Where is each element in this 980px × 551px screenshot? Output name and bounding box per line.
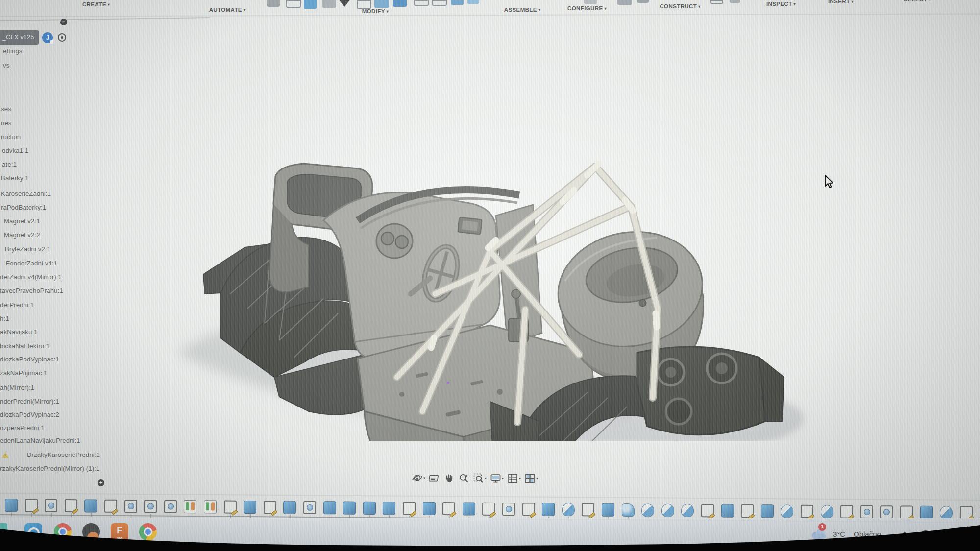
menu-assemble[interactable]: ASSEMBLE▾ bbox=[504, 7, 541, 13]
timeline-feature-body[interactable] bbox=[820, 505, 833, 518]
browser-item[interactable]: derZadni v4(Mirror):1 bbox=[0, 273, 62, 281]
timeline-feature-component[interactable] bbox=[244, 501, 256, 514]
browser-item[interactable]: rzakyKaroseriePredni(Mirror) (1):1 bbox=[0, 465, 99, 472]
toolbar-icon-stub[interactable] bbox=[374, 0, 389, 8]
volume-icon[interactable] bbox=[936, 529, 947, 538]
browser-collapse-button[interactable]: − bbox=[60, 19, 67, 25]
browser-item[interactable]: bickaNaElektro:1 bbox=[0, 342, 49, 350]
toolbar-icon-stub[interactable] bbox=[357, 0, 371, 9]
viewports-tool[interactable]: ▾ bbox=[524, 473, 538, 484]
timeline-feature-sketch[interactable] bbox=[801, 505, 813, 518]
menu-configure[interactable]: CONFIGURE▾ bbox=[567, 5, 607, 11]
browser-item[interactable]: DrzakyKaroseriePredni:1 bbox=[27, 451, 100, 458]
browser-item[interactable]: derPredni:1 bbox=[0, 301, 34, 309]
timeline-feature-sketch[interactable] bbox=[900, 505, 913, 519]
fit-tool[interactable]: ▾ bbox=[473, 472, 487, 483]
timeline-feature-sketch[interactable] bbox=[482, 503, 495, 516]
toolbar-icon-stub[interactable] bbox=[451, 0, 464, 5]
taskbar-app-pinned-partial[interactable] bbox=[0, 523, 7, 541]
timeline-feature-component[interactable] bbox=[721, 504, 734, 518]
menu-inspect[interactable]: INSPECT▾ bbox=[766, 1, 796, 7]
browser-item[interactable]: dlozkaPodVypinac:1 bbox=[0, 356, 59, 363]
timeline-feature-body[interactable] bbox=[641, 503, 654, 517]
timeline-feature-body[interactable] bbox=[940, 506, 953, 519]
toolbar-icon-stub[interactable] bbox=[584, 0, 597, 4]
browser-item[interactable]: KaroserieZadni:1 bbox=[1, 190, 51, 197]
browser-item[interactable]: h:1 bbox=[0, 315, 9, 322]
timeline-feature-sketch[interactable] bbox=[701, 504, 714, 517]
browser-item[interactable]: ettings bbox=[3, 48, 23, 55]
grid-tool[interactable]: ▾ bbox=[507, 473, 521, 484]
orbit-tool[interactable]: ▾ bbox=[412, 472, 425, 483]
clock-time[interactable]: 16: bbox=[966, 525, 975, 532]
timeline-feature-hole[interactable] bbox=[880, 505, 893, 519]
timeline-feature-sketch[interactable] bbox=[442, 502, 455, 515]
timeline-feature-component[interactable] bbox=[542, 503, 555, 516]
timeline-feature-derive[interactable] bbox=[204, 500, 217, 513]
taskbar-app-chrome[interactable] bbox=[139, 523, 157, 541]
timeline-feature-body[interactable] bbox=[781, 505, 793, 518]
toolbar-icon-stub[interactable] bbox=[286, 0, 301, 8]
chevron-down-icon[interactable]: ▾ bbox=[519, 476, 521, 480]
timeline-feature-component[interactable] bbox=[383, 502, 395, 515]
chevron-down-icon[interactable]: ▾ bbox=[536, 476, 538, 480]
timeline-feature-hole[interactable] bbox=[144, 500, 157, 513]
chevron-down-icon[interactable]: ▾ bbox=[423, 476, 425, 480]
timeline-feature-sketch[interactable] bbox=[65, 499, 77, 512]
timeline-feature-component[interactable] bbox=[343, 501, 356, 514]
timeline-feature-hole[interactable] bbox=[860, 505, 873, 519]
chevron-down-icon[interactable]: ▾ bbox=[502, 476, 504, 480]
timeline-feature-component[interactable] bbox=[920, 506, 932, 519]
taskbar-app-outlook[interactable] bbox=[24, 523, 42, 541]
browser-item[interactable]: raPodBaterky:1 bbox=[1, 204, 46, 211]
taskbar-app-fusion-logo[interactable] bbox=[82, 523, 100, 541]
timeline-feature-body[interactable] bbox=[681, 504, 694, 517]
timeline-feature-hole[interactable] bbox=[45, 499, 57, 512]
timeline-feature-component[interactable] bbox=[84, 499, 97, 512]
timeline-feature-hole[interactable] bbox=[124, 500, 137, 513]
weather-desc[interactable]: Oblačno bbox=[854, 530, 881, 538]
browser-item[interactable]: Baterky:1 bbox=[1, 174, 29, 182]
toolbar-icon-stub[interactable] bbox=[414, 0, 429, 6]
toolbar-icon-stub[interactable] bbox=[339, 0, 350, 12]
document-tab[interactable]: _CFX v125 bbox=[0, 30, 39, 45]
timeline-feature-component[interactable] bbox=[5, 499, 18, 512]
timeline-feature-component[interactable] bbox=[761, 504, 774, 518]
timeline-feature-component[interactable] bbox=[422, 502, 435, 515]
browser-item[interactable]: nderPredni(Mirror):1 bbox=[0, 398, 59, 405]
browser-item[interactable]: BryleZadni v2:1 bbox=[5, 245, 50, 253]
chevron-up-icon[interactable] bbox=[901, 531, 908, 537]
browser-item[interactable]: ozperaPredni:1 bbox=[0, 424, 45, 431]
timeline-feature-sketch[interactable] bbox=[582, 503, 594, 516]
toolbar-icon-stub[interactable] bbox=[322, 0, 336, 8]
timeline-feature-component[interactable] bbox=[323, 501, 336, 514]
target-icon[interactable] bbox=[58, 33, 66, 42]
browser-item[interactable]: nes bbox=[1, 120, 12, 127]
timeline-feature-sketch[interactable] bbox=[840, 505, 853, 518]
timeline-feature-component[interactable] bbox=[283, 501, 296, 514]
toolbar-icon-stub[interactable] bbox=[267, 0, 280, 7]
viewport-3d-model[interactable] bbox=[147, 147, 833, 441]
timeline-feature-component[interactable] bbox=[602, 503, 614, 517]
timeline-feature-sketch[interactable] bbox=[224, 501, 237, 514]
timeline-feature-component[interactable] bbox=[363, 502, 376, 515]
zoom-tool[interactable] bbox=[458, 472, 469, 483]
menu-automate[interactable]: AUTOMATE▾ bbox=[209, 7, 246, 13]
timeline-feature-component[interactable] bbox=[463, 502, 475, 515]
toolbar-icon-stub[interactable] bbox=[393, 0, 407, 7]
toolbar-icon-stub[interactable] bbox=[432, 0, 447, 6]
menu-modify[interactable]: MODIFY▾ bbox=[362, 8, 389, 14]
clock-date[interactable]: 10.11. bbox=[963, 535, 980, 542]
weather-temp[interactable]: 3°C bbox=[833, 530, 845, 538]
look-at-tool[interactable] bbox=[429, 472, 440, 483]
toolbar-icon-stub[interactable] bbox=[304, 0, 317, 9]
timeline-feature-body[interactable] bbox=[662, 504, 674, 517]
wifi-icon[interactable] bbox=[920, 530, 931, 538]
browser-item[interactable]: odvka1:1 bbox=[2, 147, 28, 154]
timeline-feature-sketch[interactable] bbox=[25, 499, 38, 512]
toolbar-icon-stub[interactable] bbox=[710, 0, 723, 4]
timeline-feature-hole[interactable] bbox=[502, 503, 515, 516]
timeline-feature-sketch[interactable] bbox=[522, 503, 535, 516]
display-settings-tool[interactable]: ▾ bbox=[490, 473, 504, 484]
menu-insert[interactable]: INSERT▾ bbox=[828, 0, 854, 4]
